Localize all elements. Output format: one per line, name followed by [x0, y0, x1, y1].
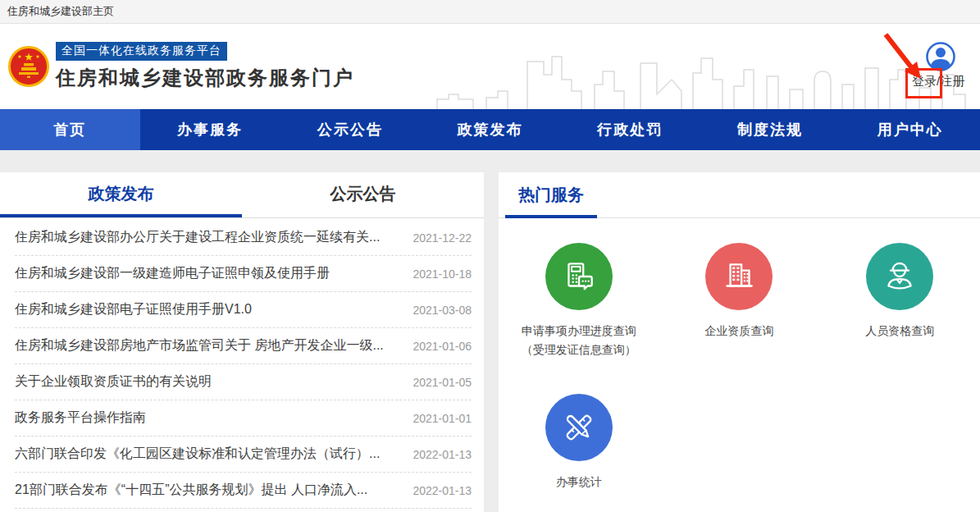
skyline-decoration [432, 34, 980, 109]
platform-badge: 全国一体化在线政务服务平台 [56, 42, 227, 61]
news-row[interactable]: 关于企业领取资质证书的有关说明 2021-01-05 [15, 364, 472, 400]
news-title[interactable]: 住房和城乡建设部一级建造师电子证照申领及使用手册 [15, 265, 330, 282]
services-grid: 申请事项办理进度查询 （受理发证信息查询） [499, 218, 980, 491]
service-statistics[interactable]: 办事统计 [499, 394, 659, 491]
top-bar: 住房和城乡建设部主页 [0, 0, 980, 24]
svg-text:★: ★ [24, 51, 34, 63]
nav-item-regulations[interactable]: 制度法规 [700, 109, 841, 150]
calculator-chat-icon[interactable] [545, 243, 613, 310]
news-title[interactable]: 关于企业领取资质证书的有关说明 [15, 373, 212, 391]
news-date: 2021-10-18 [413, 267, 472, 281]
ruler-pencil-icon[interactable] [545, 394, 613, 461]
ministry-home-link[interactable]: 住房和城乡建设部主页 [7, 4, 114, 19]
policy-news-list: 住房和城乡建设部办公厅关于建设工程企业资质统一延续有关... 2021-12-2… [0, 218, 484, 509]
svg-text:★: ★ [35, 54, 39, 59]
news-row[interactable]: 住房和城乡建设部办公厅关于建设工程企业资质统一延续有关... 2021-12-2… [15, 220, 472, 256]
tab-public-announcements[interactable]: 公示公告 [242, 172, 484, 217]
service-label[interactable]: 人员资格查询 [865, 322, 934, 341]
content-area: 政策发布 公示公告 住房和城乡建设部办公厅关于建设工程企业资质统一延续有关...… [0, 150, 980, 512]
nav-item-services[interactable]: 办事服务 [140, 109, 280, 150]
news-title[interactable]: 政务服务平台操作指南 [15, 409, 146, 427]
news-date: 2021-01-01 [413, 412, 472, 425]
main-nav: 首页 办事服务 公示公告 政策发布 行政处罚 制度法规 用户中心 [0, 109, 980, 150]
service-enterprise-qualification[interactable]: 企业资质查询 [659, 243, 820, 359]
news-row[interactable]: 住房和城乡建设部房地产市场监管司关于 房地产开发企业一级... 2021-01-… [15, 328, 472, 364]
news-date: 2021-01-05 [413, 376, 472, 389]
service-personnel-qualification[interactable]: 人员资格查询 [819, 243, 980, 359]
hot-services-panel: 热门服务 [499, 172, 980, 512]
news-date: 2021-03-08 [413, 304, 472, 317]
news-date: 2021-01-06 [413, 340, 472, 353]
worker-helmet-icon[interactable] [866, 243, 933, 310]
nav-item-penalties[interactable]: 行政处罚 [560, 109, 700, 150]
svg-text:★: ★ [17, 54, 21, 59]
tab-policy-release[interactable]: 政策发布 [0, 172, 242, 217]
service-label[interactable]: 申请事项办理进度查询 （受理发证信息查询） [522, 322, 636, 359]
user-avatar-icon[interactable] [925, 41, 956, 72]
site-header: ★ ★ ★ 全国一体化在线政务服务平台 住房和城乡建设部政务服务门户 [0, 24, 980, 109]
news-row[interactable]: 21部门联合发布《“十四五”公共服务规划》提出 人口净流入... 2022-01… [15, 473, 472, 509]
building-icon[interactable] [705, 243, 773, 310]
hot-services-title: 热门服务 [505, 184, 597, 218]
portal-title: 住房和城乡建设部政务服务门户 [56, 65, 354, 91]
service-label[interactable]: 办事统计 [556, 473, 602, 491]
news-date: 2021-12-22 [413, 231, 472, 245]
login-register-link[interactable]: 登录/注册 [912, 74, 964, 89]
news-row[interactable]: 六部门联合印发《化工园区建设标准和认定管理办法（试行）... 2022-01-1… [15, 437, 472, 473]
nav-item-user-center[interactable]: 用户中心 [840, 109, 980, 150]
news-title[interactable]: 住房和城乡建设部房地产市场监管司关于 房地产开发企业一级... [15, 337, 384, 354]
national-emblem-icon: ★ ★ ★ [7, 45, 50, 88]
hot-services-header: 热门服务 [499, 172, 980, 218]
nav-item-announcements[interactable]: 公示公告 [280, 109, 420, 150]
news-title[interactable]: 21部门联合发布《“十四五”公共服务规划》提出 人口净流入... [15, 482, 367, 499]
nav-item-policy[interactable]: 政策发布 [420, 109, 560, 150]
news-date: 2022-01-13 [413, 448, 472, 461]
policy-panel: 政策发布 公示公告 住房和城乡建设部办公厅关于建设工程企业资质统一延续有关...… [0, 172, 484, 512]
brand-block: 全国一体化在线政务服务平台 住房和城乡建设部政务服务门户 [56, 42, 354, 91]
news-title[interactable]: 六部门联合印发《化工园区建设标准和认定管理办法（试行）... [15, 446, 380, 463]
policy-tabs: 政策发布 公示公告 [0, 172, 484, 218]
news-title[interactable]: 住房和城乡建设部办公厅关于建设工程企业资质统一延续有关... [15, 229, 380, 246]
service-label[interactable]: 企业资质查询 [704, 322, 773, 341]
news-row[interactable]: 政务服务平台操作指南 2021-01-01 [15, 400, 472, 437]
service-progress-query[interactable]: 申请事项办理进度查询 （受理发证信息查询） [499, 243, 659, 359]
nav-item-home[interactable]: 首页 [0, 109, 140, 150]
news-row[interactable]: 住房和城乡建设部一级建造师电子证照申领及使用手册 2021-10-18 [15, 256, 472, 292]
news-date: 2022-01-13 [413, 484, 472, 497]
news-title[interactable]: 住房和城乡建设部电子证照使用手册V1.0 [15, 301, 252, 318]
news-row[interactable]: 住房和城乡建设部电子证照使用手册V1.0 2021-03-08 [15, 292, 472, 328]
